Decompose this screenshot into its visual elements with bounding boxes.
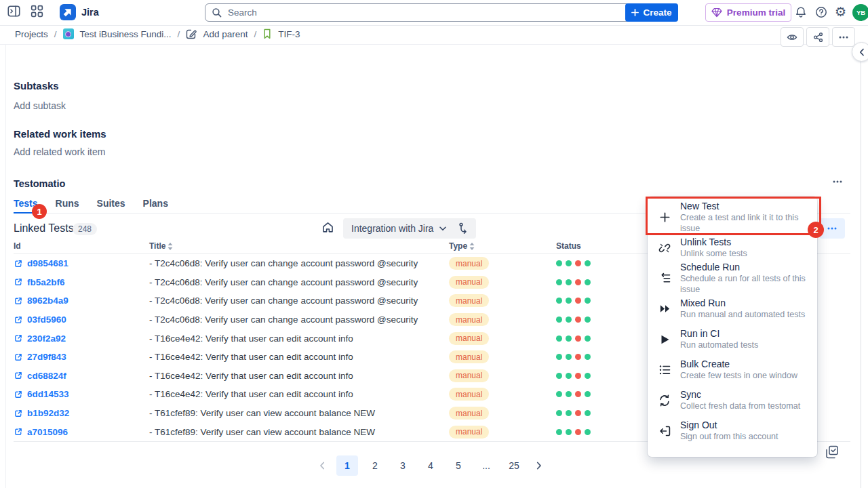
page-2[interactable]: 2 [364,455,386,476]
page-25[interactable]: 25 [503,455,525,476]
test-id-link[interactable]: 8962b4a9 [14,291,68,310]
jira-page: Jira Create Premium trial [0,0,868,488]
chevron-down-icon [439,226,446,231]
type-badge: manual [449,294,489,307]
test-id-link[interactable]: b1b92d32 [14,404,69,423]
menu-item-title: New Test [680,201,807,212]
breadcrumb-project[interactable]: Test iBusiness Fundi... [80,29,172,39]
test-type-cell: manual [449,422,489,441]
next-page-icon[interactable] [531,455,547,476]
menu-item-subtitle: Create a test and link it it to this iss… [680,212,807,234]
plus-icon [658,211,671,223]
top-navigation-bar: Jira Create Premium trial [0,0,868,26]
type-badge: manual [449,276,489,289]
status-dot-green [566,354,572,360]
test-id-link[interactable]: 27d9f843 [14,348,66,367]
notifications-icon[interactable] [795,6,807,18]
global-search[interactable] [205,3,631,22]
breadcrumb-projects[interactable]: Projects [15,29,48,39]
status-dot-green [556,373,562,379]
column-header-type[interactable]: Type [449,241,475,251]
add-related-work-item-button[interactable]: Add related work item [14,146,105,157]
column-header-title[interactable]: Title [149,241,173,251]
page-4[interactable]: 4 [420,455,441,476]
page-1[interactable]: 1 [336,455,358,476]
sidebar-toggle-icon[interactable] [7,5,20,18]
edit-icon [186,28,197,39]
status-dot-red [575,260,581,266]
branch-switch-button[interactable] [450,218,476,239]
test-title: - T61cfef89: Verify user can view accoun… [149,422,375,441]
external-link-icon [14,427,23,436]
share-icon [813,33,823,42]
type-badge: manual [449,257,489,270]
bulk-check-icon[interactable] [825,445,839,459]
test-type-cell: manual [449,273,489,292]
settings-gear-icon[interactable]: ⚙ [835,4,846,20]
status-dot-green [585,373,591,379]
status-dots [556,422,591,441]
more-actions-button[interactable] [832,27,855,47]
status-dot-green [556,354,562,360]
menu-item-sync[interactable]: Sync Collect fresh data from testomat [648,385,817,415]
type-badge: manual [449,350,489,363]
menu-item-schedule-run[interactable]: Schedule Run Schedule a run for all test… [648,263,817,293]
previous-page-icon[interactable] [314,455,330,476]
test-id-link[interactable]: d9854681 [14,254,68,273]
menu-item-new-test[interactable]: New Test Create a test and link it it to… [648,202,817,232]
menu-item-unlink-tests[interactable]: Unlink Tests Unlink some tests [648,232,817,263]
column-header-id[interactable]: Id [14,241,21,251]
test-id-link[interactable]: fb5a2bf6 [14,273,65,292]
menu-item-run-in-ci[interactable]: Run in CI Run automated tests [648,324,817,354]
left-panel-divider [5,44,6,488]
jira-logo-icon[interactable] [60,4,76,20]
breadcrumb-issue-key[interactable]: TIF-3 [278,29,300,39]
status-dot-green [556,429,562,435]
help-icon[interactable] [815,6,827,18]
test-id-link[interactable]: 03fd5960 [14,310,66,329]
sign-out-icon [658,425,671,437]
status-dot-green [566,298,572,304]
test-type-cell: manual [449,291,489,310]
breadcrumb-add-parent[interactable]: Add parent [203,29,248,39]
test-type-cell: manual [449,329,489,348]
test-title: - T16ce4e42: Verify that user can edit a… [149,329,353,348]
share-button[interactable] [806,27,829,47]
add-subtask-button[interactable]: Add subtask [14,100,66,111]
related-work-items-heading: Related work items [14,128,106,140]
breadcrumb: Projects / Test iBusiness Fundi... / Add… [15,28,300,39]
tab-suites[interactable]: Suites [97,198,125,213]
branch-filter-dropdown[interactable]: Integration with Jira [343,218,454,239]
status-dot-red [575,336,581,342]
tab-plans[interactable]: Plans [143,198,168,213]
page-ellipsis: ... [475,455,497,476]
status-dot-green [556,317,562,323]
menu-item-mixed-run[interactable]: Mixed Run Run manual and automated tests [648,293,817,324]
app-switcher-icon[interactable] [31,5,43,18]
test-type-cell: manual [449,367,489,386]
bulk-create-icon [658,364,671,375]
testomatio-more-icon[interactable] [833,180,842,183]
external-link-icon [14,352,23,362]
test-id-link[interactable]: a7015096 [14,422,68,441]
home-icon[interactable] [321,221,334,234]
user-avatar[interactable]: YB [852,4,868,21]
watch-button[interactable] [781,27,804,47]
page-5[interactable]: 5 [448,455,469,476]
test-title: - T61cfef89: Verify user can view accoun… [149,404,375,423]
create-button[interactable]: Create [625,3,678,22]
test-id-link[interactable]: cd68824f [14,367,66,386]
premium-trial-button[interactable]: Premium trial [705,3,791,22]
search-input[interactable] [226,7,624,18]
collapse-panel-button[interactable] [852,42,868,62]
test-id-link[interactable]: 230f2a92 [14,329,66,348]
external-link-icon [14,333,23,343]
type-badge: manual [449,332,489,345]
tab-runs[interactable]: Runs [56,198,79,213]
menu-item-sign-out[interactable]: Sign Out Sign out from this account [648,415,817,446]
status-dot-green [566,410,572,416]
test-title: - T16ce4e42: Verify that user can edit a… [149,385,353,404]
test-id-link[interactable]: 6dd14533 [14,385,69,404]
page-3[interactable]: 3 [392,455,414,476]
menu-item-bulk-create[interactable]: Bulk Create Create few tests in one wind… [648,354,817,385]
